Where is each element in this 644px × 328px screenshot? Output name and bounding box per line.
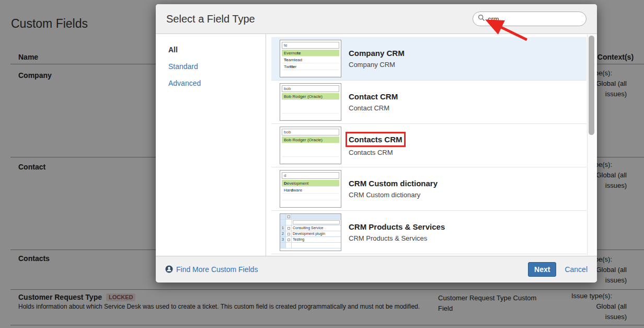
field-search-box[interactable] (473, 12, 586, 26)
dialog-body: All Standard Advanced te Evernote Teamle… (156, 34, 597, 256)
category-advanced[interactable]: Advanced (168, 79, 266, 87)
field-type-list: te Evernote Teamlead Twitter Company CRM… (266, 34, 597, 256)
item-title: CRM Products & Services (349, 222, 445, 231)
item-title: Company CRM (349, 49, 405, 58)
field-type-thumbnail: te Evernote Teamlead Twitter (280, 40, 341, 77)
search-input[interactable] (488, 15, 566, 23)
field-type-thumbnail: bob Bob Rodger (Oracle) (280, 127, 341, 164)
field-type-thumbnail: bob Bob Rodger (Oracle) (280, 83, 341, 121)
category-all[interactable]: All (168, 46, 266, 54)
dialog-header: Select a Field Type (156, 4, 597, 34)
select-field-type-dialog: Select a Field Type All Standard Advance… (156, 4, 597, 282)
list-item-crm-products-services[interactable]: 1Consulting Service 2Development plugin … (271, 211, 586, 254)
category-standard[interactable]: Standard (168, 62, 266, 71)
item-title: Contact CRM (349, 92, 398, 101)
field-type-thumbnail: d Development Hardware (280, 170, 341, 208)
list-item-company-crm[interactable]: te Evernote Teamlead Twitter Company CRM… (271, 37, 586, 81)
list-item-contacts-crm[interactable]: bob Bob Rodger (Oracle) Contacts CRM Con… (271, 124, 586, 167)
item-title: CRM Custom dictionary (349, 179, 438, 188)
annotation-red-box: Contacts CRM (349, 135, 402, 144)
list-scrollbar[interactable] (587, 35, 595, 255)
item-description: CRM Custom dictionary (349, 191, 438, 199)
dialog-title: Select a Field Type (166, 13, 255, 25)
dialog-footer: Find More Custom Fields Next Cancel (156, 256, 597, 282)
item-description: Company CRM (349, 61, 405, 69)
item-description: Contact CRM (349, 104, 398, 112)
next-button[interactable]: Next (528, 262, 556, 277)
item-title: Contacts CRM (349, 135, 402, 144)
scrollbar-thumb[interactable] (589, 36, 594, 135)
field-type-categories: All Standard Advanced (156, 34, 266, 256)
search-icon (478, 14, 485, 24)
field-type-thumbnail: 1Consulting Service 2Development plugin … (280, 213, 341, 251)
find-more-custom-fields-link[interactable]: Find More Custom Fields (165, 265, 258, 274)
marketplace-icon (165, 265, 173, 273)
item-description: CRM Products & Services (349, 234, 445, 242)
list-item-crm-custom-dictionary[interactable]: d Development Hardware CRM Custom dictio… (271, 167, 586, 211)
list-item-contact-crm[interactable]: bob Bob Rodger (Oracle) Contact CRM Cont… (271, 81, 586, 124)
cancel-link[interactable]: Cancel (565, 265, 588, 274)
item-description: Contacts CRM (349, 149, 402, 156)
